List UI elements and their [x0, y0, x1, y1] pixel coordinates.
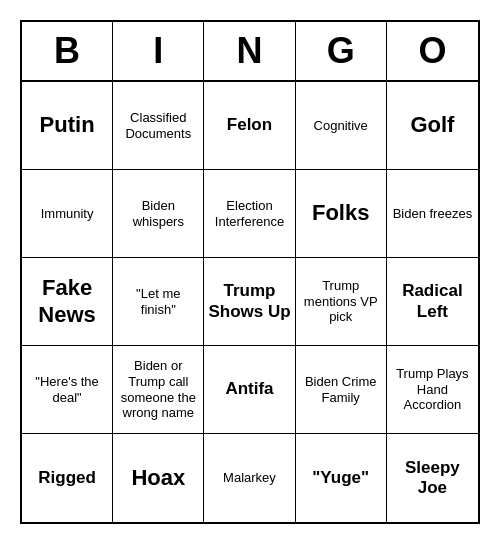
bingo-cell[interactable]: Putin: [22, 82, 113, 170]
header-letter: N: [204, 22, 295, 80]
cell-text: "Here's the deal": [26, 374, 108, 405]
bingo-cell[interactable]: Folks: [296, 170, 387, 258]
cell-text: Biden freezes: [393, 206, 473, 222]
cell-text: Classified Documents: [117, 110, 199, 141]
cell-text: Biden Crime Family: [300, 374, 382, 405]
cell-text: Malarkey: [223, 470, 276, 486]
bingo-cell[interactable]: Biden whispers: [113, 170, 204, 258]
bingo-cell[interactable]: Classified Documents: [113, 82, 204, 170]
bingo-cell[interactable]: "Here's the deal": [22, 346, 113, 434]
cell-text: Folks: [312, 200, 369, 226]
bingo-cell[interactable]: Immunity: [22, 170, 113, 258]
cell-text: Hoax: [131, 465, 185, 491]
bingo-cell[interactable]: Trump Shows Up: [204, 258, 295, 346]
bingo-cell[interactable]: Felon: [204, 82, 295, 170]
bingo-card: BINGO PutinClassified DocumentsFelonCogn…: [20, 20, 480, 524]
bingo-cell[interactable]: Sleepy Joe: [387, 434, 478, 522]
cell-text: Fake News: [26, 275, 108, 328]
bingo-cell[interactable]: Biden or Trump call someone the wrong na…: [113, 346, 204, 434]
bingo-cell[interactable]: Golf: [387, 82, 478, 170]
bingo-cell[interactable]: Hoax: [113, 434, 204, 522]
cell-text: Immunity: [41, 206, 94, 222]
cell-text: "Let me finish": [117, 286, 199, 317]
bingo-cell[interactable]: Election Interference: [204, 170, 295, 258]
cell-text: Golf: [410, 112, 454, 138]
cell-text: Trump mentions VP pick: [300, 278, 382, 325]
bingo-cell[interactable]: Antifa: [204, 346, 295, 434]
bingo-cell[interactable]: Trump mentions VP pick: [296, 258, 387, 346]
bingo-cell[interactable]: Malarkey: [204, 434, 295, 522]
bingo-cell[interactable]: Fake News: [22, 258, 113, 346]
cell-text: Trump Plays Hand Accordion: [391, 366, 474, 413]
bingo-header: BINGO: [22, 22, 478, 82]
header-letter: I: [113, 22, 204, 80]
bingo-cell[interactable]: Radical Left: [387, 258, 478, 346]
cell-text: Cognitive: [314, 118, 368, 134]
cell-text: Sleepy Joe: [391, 458, 474, 499]
bingo-cell[interactable]: "Let me finish": [113, 258, 204, 346]
bingo-cell[interactable]: Biden freezes: [387, 170, 478, 258]
bingo-cell[interactable]: Rigged: [22, 434, 113, 522]
cell-text: Antifa: [225, 379, 273, 399]
cell-text: Felon: [227, 115, 272, 135]
bingo-grid: PutinClassified DocumentsFelonCognitiveG…: [22, 82, 478, 522]
cell-text: Election Interference: [208, 198, 290, 229]
cell-text: Biden whispers: [117, 198, 199, 229]
cell-text: Putin: [40, 112, 95, 138]
cell-text: Rigged: [38, 468, 96, 488]
bingo-cell[interactable]: Trump Plays Hand Accordion: [387, 346, 478, 434]
header-letter: B: [22, 22, 113, 80]
cell-text: Biden or Trump call someone the wrong na…: [117, 358, 199, 420]
header-letter: O: [387, 22, 478, 80]
header-letter: G: [296, 22, 387, 80]
cell-text: Trump Shows Up: [208, 281, 290, 322]
bingo-cell[interactable]: Biden Crime Family: [296, 346, 387, 434]
cell-text: "Yuge": [312, 468, 369, 488]
cell-text: Radical Left: [391, 281, 474, 322]
bingo-cell[interactable]: "Yuge": [296, 434, 387, 522]
bingo-cell[interactable]: Cognitive: [296, 82, 387, 170]
